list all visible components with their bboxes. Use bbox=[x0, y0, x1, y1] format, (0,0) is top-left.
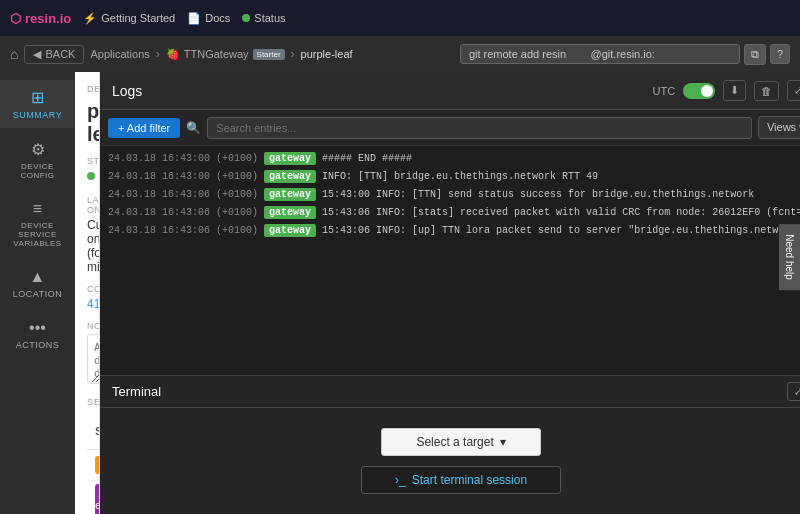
sidebar-item-location[interactable]: ▲ LOCATION bbox=[0, 260, 75, 307]
device-config-icon: ⚙ bbox=[31, 140, 45, 159]
back-button[interactable]: ◀ BACK bbox=[24, 45, 84, 64]
git-help-button[interactable]: ? bbox=[770, 44, 790, 64]
last-online-label: LAST ONLINE bbox=[87, 195, 100, 215]
log-line: 24.03.18 16:43:06 (+0100) gateway 15:43:… bbox=[100, 222, 800, 240]
log-badge: gateway bbox=[264, 188, 316, 201]
last-online-block: LAST ONLINE Currently online (for a minu… bbox=[87, 195, 100, 274]
log-line: 24.03.18 16:43:00 (+0100) gateway INFO: … bbox=[100, 168, 800, 186]
col-service[interactable]: Service ⇅ bbox=[87, 413, 100, 450]
getting-started-nav[interactable]: ⚡ Getting Started bbox=[83, 12, 175, 25]
commit-block: COMMIT 4171e99 ⧉ bbox=[87, 284, 100, 311]
log-badge: gateway bbox=[264, 170, 316, 183]
commit-value: 4171e99 ⧉ bbox=[87, 297, 100, 311]
status-block: STATUS Online bbox=[87, 156, 100, 185]
log-badge: gateway bbox=[264, 206, 316, 219]
logo: ⬡ resin.io bbox=[10, 11, 71, 26]
breadcrumb-sep2: › bbox=[291, 47, 295, 61]
breadcrumb-current: purple-leaf bbox=[301, 48, 353, 60]
status-label: STATUS bbox=[87, 156, 100, 166]
views-button[interactable]: Views ▾ bbox=[758, 116, 800, 139]
table-row: gateway Running 4171e99 bbox=[87, 450, 100, 481]
docs-nav[interactable]: 📄 Docs bbox=[187, 12, 230, 25]
breadcrumb-sep1: › bbox=[156, 47, 160, 61]
sidebar-item-device-config[interactable]: ⚙ DEVICE CONFIG bbox=[0, 132, 75, 188]
breadcrumb-nav: ⌂ ◀ BACK Applications › 🍓 TTNGateway Sta… bbox=[0, 36, 800, 72]
sidebar-item-summary[interactable]: ⊞ SUMMARY bbox=[0, 80, 75, 128]
select-target-button[interactable]: Select a target ▾ bbox=[381, 428, 541, 456]
table-row: prom-exporter Running 4171e99 bbox=[87, 481, 100, 515]
raspberry-icon: 🍓 bbox=[166, 48, 180, 61]
select-target-chevron: ▾ bbox=[500, 435, 506, 449]
main-layout: ⊞ SUMMARY ⚙ DEVICE CONFIG ≡ DEVICE SERVI… bbox=[0, 72, 800, 514]
top-nav: ⬡ resin.io ⚡ Getting Started 📄 Docs Stat… bbox=[0, 0, 800, 36]
status-value: Online bbox=[87, 169, 100, 183]
commit-label: COMMIT bbox=[87, 284, 100, 294]
search-logs-input[interactable] bbox=[207, 117, 752, 139]
logs-toolbar: + Add filter 🔍 Views ▾ bbox=[100, 110, 800, 146]
service-name-gateway: gateway bbox=[87, 450, 100, 481]
notes-textarea[interactable] bbox=[87, 334, 100, 384]
bolt-icon: ⚡ bbox=[83, 12, 97, 25]
log-line: 24.03.18 16:43:00 (+0100) gateway ##### … bbox=[100, 150, 800, 168]
sidebar-label-actions: ACTIONS bbox=[16, 340, 60, 350]
logo-icon: ⬡ bbox=[10, 11, 21, 26]
service-name-prom: prom-exporter bbox=[87, 481, 100, 515]
search-icon: 🔍 bbox=[186, 121, 201, 135]
breadcrumb-applications[interactable]: Applications bbox=[90, 48, 149, 60]
need-help-tab[interactable]: Need help bbox=[779, 224, 800, 290]
log-badge: gateway bbox=[264, 224, 316, 237]
download-logs-button[interactable]: ⬇ bbox=[723, 80, 746, 101]
add-filter-button[interactable]: + Add filter bbox=[108, 118, 180, 138]
home-icon[interactable]: ⌂ bbox=[10, 46, 18, 62]
log-badge: gateway bbox=[264, 152, 316, 165]
terminal-header: Terminal ⤢ bbox=[100, 376, 800, 408]
log-line: 24.03.18 16:43:06 (+0100) gateway 15:43:… bbox=[100, 204, 800, 222]
device-name: purple-leaf bbox=[87, 100, 100, 146]
utc-label: UTC bbox=[653, 85, 676, 97]
terminal-body: Select a target ▾ ›_ Start terminal sess… bbox=[100, 408, 800, 514]
terminal-expand-button[interactable]: ⤢ bbox=[787, 382, 800, 401]
status-dot bbox=[242, 14, 250, 22]
logs-header: Logs UTC ⬇ 🗑 ⤢ bbox=[100, 72, 800, 110]
back-chevron: ◀ bbox=[33, 48, 41, 61]
content-area: DEVICE purple-leaf ↺ Reboot ↺ Restart 📍 … bbox=[75, 72, 800, 514]
services-table: Service ⇅ Status ⇅ Commit ⇅ bbox=[87, 413, 100, 514]
utc-toggle[interactable] bbox=[683, 83, 715, 99]
terminal-prompt-icon: ›_ bbox=[395, 473, 406, 487]
online-indicator bbox=[87, 172, 95, 180]
expand-logs-button[interactable]: ⤢ bbox=[787, 80, 800, 101]
sidebar-item-device-vars[interactable]: ≡ DEVICE SERVICE VARIABLES bbox=[0, 192, 75, 256]
sidebar-label-summary: SUMMARY bbox=[13, 110, 62, 120]
device-panel: DEVICE purple-leaf ↺ Reboot ↺ Restart 📍 … bbox=[75, 72, 100, 514]
log-entries: 24.03.18 16:43:00 (+0100) gateway ##### … bbox=[100, 146, 800, 375]
toggle-switch[interactable] bbox=[683, 83, 715, 99]
git-input[interactable] bbox=[460, 44, 740, 64]
start-terminal-button[interactable]: ›_ Start terminal session bbox=[361, 466, 561, 494]
sidebar: ⊞ SUMMARY ⚙ DEVICE CONFIG ≡ DEVICE SERVI… bbox=[0, 72, 75, 514]
doc-icon: 📄 bbox=[187, 12, 201, 25]
clear-logs-button[interactable]: 🗑 bbox=[754, 81, 779, 101]
starter-badge: Starter bbox=[253, 49, 285, 60]
sidebar-label-device-vars: DEVICE SERVICE VARIABLES bbox=[4, 221, 71, 248]
actions-icon: ••• bbox=[29, 319, 46, 337]
terminal-section: Terminal ⤢ Select a target ▾ ›_ Start te… bbox=[100, 375, 800, 514]
breadcrumb-gateway[interactable]: 🍓 TTNGateway Starter bbox=[166, 48, 285, 61]
right-panel: Logs UTC ⬇ 🗑 ⤢ + Add filter 🔍 Views ▾ bbox=[100, 72, 800, 514]
device-vars-icon: ≡ bbox=[33, 200, 42, 218]
terminal-title: Terminal bbox=[112, 384, 161, 399]
git-copy-button[interactable]: ⧉ bbox=[744, 44, 766, 65]
last-online-value: Currently online (for a minute) bbox=[87, 218, 100, 274]
sidebar-item-actions[interactable]: ••• ACTIONS bbox=[0, 311, 75, 358]
git-input-area: ⧉ ? bbox=[460, 44, 790, 65]
sidebar-label-device-config: DEVICE CONFIG bbox=[4, 162, 71, 180]
location-icon: ▲ bbox=[30, 268, 46, 286]
status-nav[interactable]: Status bbox=[242, 12, 285, 24]
log-line: 24.03.18 16:43:06 (+0100) gateway 15:43:… bbox=[100, 186, 800, 204]
sidebar-label-location: LOCATION bbox=[13, 289, 62, 299]
logs-title: Logs bbox=[112, 83, 142, 99]
summary-icon: ⊞ bbox=[31, 88, 44, 107]
